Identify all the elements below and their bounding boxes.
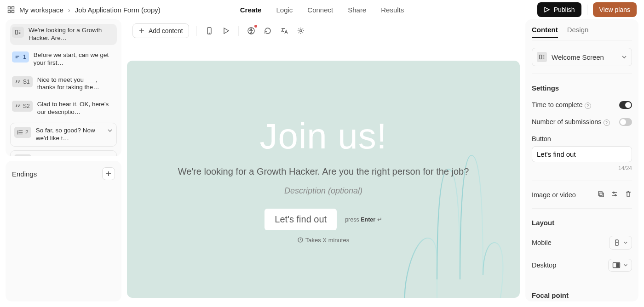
chevron-down-icon xyxy=(621,53,627,61)
question-group-2[interactable]: 2 So far, so good? Now we'd like t… xyxy=(10,123,117,147)
divider xyxy=(587,5,587,15)
setting-button-text: Button 14/24 xyxy=(532,131,632,176)
divider xyxy=(196,26,197,36)
duplicate-icon[interactable] xyxy=(597,190,604,199)
top-bar: My workspace › Job Application Form (cop… xyxy=(0,0,644,19)
publish-icon xyxy=(544,6,550,13)
view-plans-button[interactable]: View plans xyxy=(593,2,637,17)
question-text: Nice to meet you ___, thanks for taking … xyxy=(37,76,115,92)
question-group-3[interactable]: 3 OK, time for a few "logic"… xyxy=(10,150,117,156)
setting-image-video: Image or video xyxy=(532,186,632,204)
refresh-icon[interactable] xyxy=(263,26,273,36)
svg-rect-0 xyxy=(8,7,11,9)
desktop-layout-icon xyxy=(612,262,621,268)
time-text: Takes X minutes xyxy=(305,237,349,244)
breadcrumb-form[interactable]: Job Application Form (copy) xyxy=(75,6,161,14)
image-video-label: Image or video xyxy=(532,191,576,199)
endings-panel: Endings xyxy=(6,161,121,301)
add-ending-button[interactable] xyxy=(102,167,115,180)
help-icon[interactable]: ? xyxy=(604,119,610,126)
question-badge: 1 xyxy=(23,54,26,60)
toggle-num-submissions[interactable] xyxy=(619,118,632,126)
tab-design[interactable]: Design xyxy=(567,26,589,38)
canvas-area: Add content xyxy=(127,19,520,301)
hint-key: Enter xyxy=(361,216,375,223)
question-text: Before we start, can we get your first… xyxy=(34,51,115,67)
chevron-down-icon[interactable] xyxy=(107,127,113,135)
publish-button[interactable]: Publish xyxy=(537,2,581,17)
question-item-s1[interactable]: S1 Nice to meet you ___, thanks for taki… xyxy=(10,74,117,95)
tab-results[interactable]: Results xyxy=(381,6,404,14)
main-tabs: Create Logic Connect Share Results xyxy=(240,6,404,14)
desktop-label: Desktop xyxy=(532,262,556,269)
tab-connect[interactable]: Connect xyxy=(307,6,333,14)
divider xyxy=(532,181,632,181)
button-text-input[interactable] xyxy=(532,146,632,162)
question-text: So far, so good? Now we'd like t… xyxy=(36,127,103,142)
settings-gear-icon[interactable] xyxy=(296,26,306,36)
add-content-label: Add content xyxy=(149,27,183,34)
setting-desktop-layout: Desktop xyxy=(532,254,632,276)
left-sidebar: We're looking for a Growth Hacker. Are… … xyxy=(6,19,121,301)
accessibility-icon[interactable] xyxy=(246,26,256,36)
welcome-icon xyxy=(12,27,24,38)
setting-mobile-layout: Mobile xyxy=(532,231,632,254)
translate-icon[interactable] xyxy=(279,26,289,36)
svg-rect-3 xyxy=(12,11,14,13)
stage-content: Join us! We're looking for a Growth Hack… xyxy=(178,115,469,244)
form-stage[interactable]: Join us! We're looking for a Growth Hack… xyxy=(127,61,520,298)
tab-create[interactable]: Create xyxy=(240,6,262,14)
breadcrumb-workspace[interactable]: My workspace xyxy=(19,6,63,14)
divider xyxy=(532,208,632,209)
group-icon: 3 xyxy=(14,154,31,156)
svg-rect-1 xyxy=(12,7,14,9)
svg-marker-4 xyxy=(545,7,549,12)
view-plans-label: View plans xyxy=(599,6,630,13)
add-content-button[interactable]: Add content xyxy=(132,23,189,38)
divider xyxy=(532,281,632,281)
chevron-down-icon[interactable] xyxy=(107,154,113,156)
mobile-layout-select[interactable] xyxy=(609,236,632,250)
question-badge: S1 xyxy=(23,79,30,85)
question-item-welcome[interactable]: We're looking for a Growth Hacker. Are… xyxy=(10,24,117,45)
plus-icon xyxy=(105,171,112,177)
tab-content[interactable]: Content xyxy=(532,26,558,38)
play-preview-icon[interactable] xyxy=(221,26,231,36)
divider xyxy=(532,74,632,74)
delete-icon[interactable] xyxy=(625,190,632,199)
setting-time-to-complete: Time to complete? xyxy=(532,97,632,114)
chevron-down-icon xyxy=(623,263,628,267)
adjust-icon[interactable] xyxy=(611,190,618,199)
stage-title[interactable]: Join us! xyxy=(178,115,469,157)
tab-logic[interactable]: Logic xyxy=(276,6,293,14)
char-count: 14/24 xyxy=(532,165,632,171)
publish-label: Publish xyxy=(554,6,575,13)
stage-subtitle[interactable]: We're looking for a Growth Hacker. Are y… xyxy=(178,165,469,178)
canvas-toolbar: Add content xyxy=(127,19,520,42)
breadcrumb: My workspace › Job Application Form (cop… xyxy=(7,6,161,14)
svg-rect-2 xyxy=(8,11,11,13)
focal-point-heading: Focal point xyxy=(532,286,632,301)
divider xyxy=(238,26,239,36)
question-item-s2[interactable]: S2 Glad to hear it. OK, here's our descr… xyxy=(10,98,117,119)
svg-rect-38 xyxy=(598,192,602,195)
toggle-time-to-complete[interactable] xyxy=(619,101,632,109)
svg-rect-47 xyxy=(616,263,619,267)
tab-share[interactable]: Share xyxy=(348,6,366,14)
question-badge: S2 xyxy=(23,103,30,109)
button-field-label: Button xyxy=(532,135,632,142)
svg-marker-27 xyxy=(224,28,229,34)
help-icon[interactable]: ? xyxy=(585,102,591,109)
svg-point-30 xyxy=(300,30,302,32)
welcome-icon xyxy=(537,52,547,62)
stage-cta-button[interactable]: Let's find out xyxy=(264,209,337,230)
mobile-preview-icon[interactable] xyxy=(204,26,214,36)
question-item-1[interactable]: 1 Before we start, can we get your first… xyxy=(10,49,117,70)
question-text: Glad to hear it. OK, here's our descript… xyxy=(37,101,115,116)
group-icon: 2 xyxy=(14,127,31,138)
screen-type-select[interactable]: Welcome Screen xyxy=(532,48,632,66)
desktop-layout-select[interactable] xyxy=(608,259,632,272)
plus-icon xyxy=(138,28,145,34)
svg-point-29 xyxy=(251,28,252,29)
stage-description-placeholder[interactable]: Description (optional) xyxy=(178,186,469,196)
